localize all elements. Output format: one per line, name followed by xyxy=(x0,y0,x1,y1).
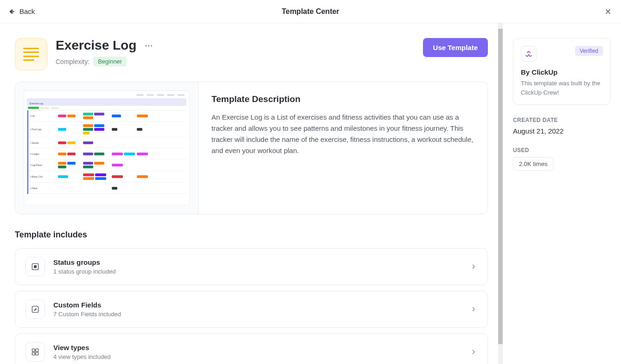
edit-icon xyxy=(26,300,45,319)
chevron-right-icon xyxy=(470,306,477,313)
lines-icon xyxy=(23,48,39,61)
main-column: Exercise Log ··· Complexity: Beginner Us… xyxy=(0,23,503,364)
created-date-value: August 21, 2022 xyxy=(513,127,611,135)
svg-rect-6 xyxy=(36,352,38,355)
use-template-button[interactable]: Use Template xyxy=(423,38,488,57)
template-preview[interactable]: Exercise Log • Lift • Push Ups xyxy=(15,82,198,214)
svg-rect-1 xyxy=(34,266,37,268)
clickup-logo xyxy=(521,46,537,62)
back-button[interactable]: Back xyxy=(8,7,35,15)
verified-badge: Verified xyxy=(575,46,603,56)
svg-rect-4 xyxy=(36,349,38,351)
author-description: This template was built by the ClickUp C… xyxy=(521,79,603,97)
author-name: By ClickUp xyxy=(521,68,603,76)
arrow-left-icon xyxy=(8,8,16,15)
used-label: USED xyxy=(513,147,611,153)
used-value: 2.0K times xyxy=(513,157,553,171)
include-subtitle: 7 Custom Fields included xyxy=(53,311,470,318)
created-date-label: CREATED DATE xyxy=(513,117,611,123)
template-title: Exercise Log xyxy=(56,38,136,53)
grid-icon xyxy=(26,342,45,362)
sidebar: Verified By ClickUp This template was bu… xyxy=(503,23,621,364)
svg-rect-5 xyxy=(32,352,35,355)
close-icon xyxy=(604,8,612,15)
include-custom-fields[interactable]: Custom Fields 7 Custom Fields included xyxy=(15,291,488,328)
complexity-badge: Beginner xyxy=(93,57,127,66)
includes-heading: Template includes xyxy=(15,230,488,240)
back-label: Back xyxy=(19,7,35,15)
top-bar: Back Template Center xyxy=(0,0,621,23)
include-subtitle: 4 view types included xyxy=(53,353,470,360)
description-card: Exercise Log • Lift • Push Ups xyxy=(15,82,488,214)
description-text: An Exercise Log is a List of exercises a… xyxy=(211,112,474,156)
include-title: View types xyxy=(53,344,470,351)
chevron-right-icon xyxy=(470,348,477,356)
include-title: Status groups xyxy=(53,258,470,266)
include-status-groups[interactable]: Status groups 1 status group included xyxy=(15,248,488,285)
include-view-types[interactable]: View types 4 view types included xyxy=(15,333,488,364)
preview-image: Exercise Log • Lift • Push Ups xyxy=(24,90,190,205)
description-heading: Template Description xyxy=(211,94,474,104)
svg-rect-3 xyxy=(32,349,35,351)
scrollbar[interactable] xyxy=(498,23,503,364)
template-icon xyxy=(15,38,47,70)
more-options-button[interactable]: ··· xyxy=(145,41,153,51)
clickup-icon xyxy=(525,50,533,58)
close-button[interactable] xyxy=(603,7,613,16)
chevron-right-icon xyxy=(470,263,477,270)
body: Exercise Log ··· Complexity: Beginner Us… xyxy=(0,23,621,364)
complexity-label: Complexity: xyxy=(56,58,90,65)
page-title: Template Center xyxy=(282,7,339,16)
include-title: Custom Fields xyxy=(53,301,470,309)
include-subtitle: 1 status group included xyxy=(53,268,470,275)
scrollbar-thumb[interactable] xyxy=(498,29,503,344)
author-card: Verified By ClickUp This template was bu… xyxy=(513,38,611,105)
status-icon xyxy=(26,257,45,276)
template-header: Exercise Log ··· Complexity: Beginner Us… xyxy=(15,38,488,70)
